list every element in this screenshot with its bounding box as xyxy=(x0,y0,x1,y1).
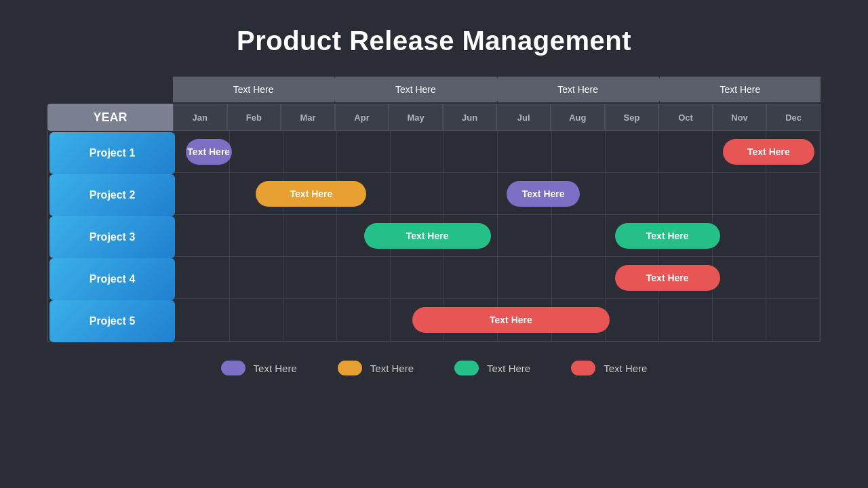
task-bar: Text Here xyxy=(723,139,814,165)
table-row: Project 2 Text HereText Here xyxy=(48,173,820,215)
month-jan: Jan xyxy=(173,104,227,131)
project-label-4: Project 4 xyxy=(50,258,175,300)
task-bar: Text Here xyxy=(615,265,720,291)
task-bar: Text Here xyxy=(186,139,232,165)
phase-1: Text Here xyxy=(173,77,334,102)
legend-color-purple xyxy=(221,361,245,375)
task-bar: Text Here xyxy=(256,181,366,207)
legend-color-red xyxy=(571,361,595,375)
grid-cells-1: Text HereText Here xyxy=(176,131,820,172)
month-jul: Jul xyxy=(496,104,551,131)
month-apr: Apr xyxy=(335,104,389,131)
phase-3: Text Here xyxy=(498,77,658,102)
month-may: May xyxy=(389,104,443,131)
legend-color-teal xyxy=(454,361,479,375)
year-label: YEAR xyxy=(47,104,173,131)
grid-body: Project 1 Text HereText Here Project 2 xyxy=(47,131,821,342)
project-label-3: Project 3 xyxy=(50,216,175,258)
task-bar: Text Here xyxy=(412,307,609,333)
grid-cells-5: Text Here xyxy=(176,299,820,341)
legend-item-purple: Text Here xyxy=(221,361,297,375)
phase-2: Text Here xyxy=(335,77,496,102)
legend-color-orange xyxy=(338,361,362,375)
phase-4: Text Here xyxy=(660,77,821,102)
legend: Text Here Text Here Text Here Text Here xyxy=(221,361,648,375)
month-row: YEAR Jan Feb Mar Apr May Jun Jul Aug Sep… xyxy=(47,104,821,131)
grid-cells-3: Text HereText Here xyxy=(176,215,820,256)
legend-label-red: Text Here xyxy=(604,363,647,374)
page-title: Product Release Management xyxy=(237,26,631,56)
phase-row: Text Here Text Here Text Here Text Here xyxy=(173,77,821,102)
table-row: Project 3 Text HereText Here xyxy=(48,215,820,257)
task-bar: Text Here xyxy=(615,223,720,249)
month-mar: Mar xyxy=(281,104,335,131)
month-sep: Sep xyxy=(605,104,659,131)
table-row: Project 5 Text Here xyxy=(48,299,820,341)
month-aug: Aug xyxy=(551,104,605,131)
project-label-5: Project 5 xyxy=(50,300,175,342)
legend-label-orange: Text Here xyxy=(370,363,414,374)
grid-cells-4: Text Here xyxy=(176,257,820,298)
table-row: Project 4 Text Here xyxy=(48,257,820,299)
legend-label-purple: Text Here xyxy=(254,363,297,374)
legend-item-red: Text Here xyxy=(571,361,647,375)
project-label-1: Project 1 xyxy=(50,132,175,174)
month-nov: Nov xyxy=(713,104,767,131)
task-bar: Text Here xyxy=(364,223,491,249)
month-feb: Feb xyxy=(227,104,281,131)
month-dec: Dec xyxy=(766,104,821,131)
table-row: Project 1 Text HereText Here xyxy=(48,131,820,173)
legend-label-teal: Text Here xyxy=(487,363,530,374)
grid-cells-2: Text HereText Here xyxy=(176,173,820,214)
legend-item-orange: Text Here xyxy=(338,361,414,375)
month-oct: Oct xyxy=(658,104,713,131)
legend-item-teal: Text Here xyxy=(454,361,530,375)
gantt-chart: Text Here Text Here Text Here Text Here … xyxy=(47,77,821,342)
month-jun: Jun xyxy=(443,104,497,131)
project-label-2: Project 2 xyxy=(50,174,175,216)
task-bar: Text Here xyxy=(507,181,579,207)
